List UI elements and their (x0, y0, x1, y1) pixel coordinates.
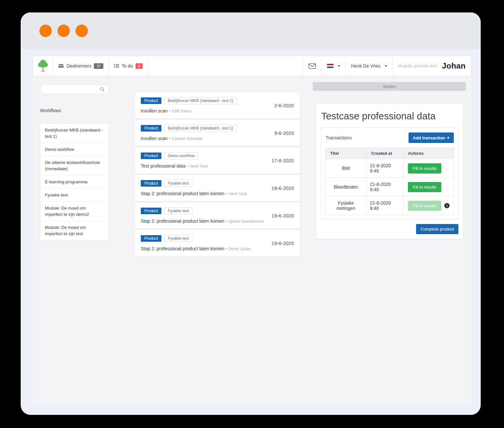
card-date: 19-6-2020 (272, 240, 294, 246)
sidebar-item-workflow[interactable]: Module: De moed om imperfect te zijn dem… (40, 201, 109, 221)
todo-card[interactable]: Product Bedrijfsscan MKB (standaard - te… (135, 92, 300, 119)
card-title: Stap 2: professional product laten komen… (141, 191, 227, 196)
card-person: Henk Tank (228, 192, 247, 196)
sidebar-item-workflow[interactable]: De ultieme testworkflowshow (Immediate) (40, 156, 109, 175)
window-dot-3[interactable] (75, 25, 88, 37)
card-title: Test professional data - (141, 163, 188, 169)
nav-messages[interactable] (303, 56, 322, 76)
card-title: Invullen scan - (141, 136, 170, 141)
user-name: Henk De Vries (351, 63, 381, 69)
chevron-down-icon (338, 65, 340, 67)
deelnemers-count-badge: 37 (94, 63, 103, 69)
card-person: Sjoerd Noordermeer (228, 219, 264, 224)
product-badge: Product (141, 153, 161, 159)
card-person: ASR Demo (172, 109, 191, 113)
card-date: 9-6-2020 (274, 130, 294, 136)
sidebar-item-workflow[interactable]: E-learning programma (40, 175, 109, 188)
info-icon[interactable]: i (444, 203, 450, 208)
column-header-titel: Titel (326, 148, 367, 159)
search-icon (100, 87, 105, 92)
workflow-tag: Bedrijfsscan MKB (standaard - test 1) (164, 97, 237, 104)
card-person: Carmen Schrader (172, 136, 203, 141)
column-header-actions: Actions (403, 148, 454, 159)
workflow-tag: Fysieke test (164, 207, 192, 214)
nav-todo[interactable]: To do 6 (109, 56, 148, 76)
product-badge: Product (141, 235, 161, 242)
window-dot-2[interactable] (57, 25, 70, 37)
chevron-down-icon (385, 65, 387, 67)
dutch-flag-icon (327, 64, 334, 68)
product-badge: Product (141, 180, 161, 187)
nav-user-menu[interactable]: Henk De Vries (346, 56, 393, 76)
card-date: 19-6-2020 (272, 185, 294, 191)
sidebar-item-workflow[interactable]: Bedrijfsscan MKB (standaard - test 1) (40, 124, 109, 143)
table-row: BMI 21-8-2020 9:45 Fill in results (326, 159, 454, 178)
row-titel: BMI (326, 159, 367, 178)
row-created-at: 21-8-2020 9:40 (367, 196, 403, 215)
window-titlebar (21, 12, 481, 49)
workflow-list: Bedrijfsscan MKB (standaard - test 1) De… (40, 123, 109, 240)
sidebar-item-workflow[interactable]: Fysieke test (40, 188, 109, 201)
nav-deelnemers[interactable]: Deelnemers 37 (53, 56, 109, 76)
table-row: Bloedtesten 21-8-2020 9:40 Fill in resul… (326, 178, 454, 196)
nav-todo-label: To do (122, 63, 133, 69)
fill-in-results-button-disabled[interactable]: Fill in results (408, 201, 441, 211)
browser-window: Deelnemers 37 To do 6 (21, 12, 481, 415)
workflow-tag: Bedrijfsscan MKB (standaard - test 1) (164, 125, 237, 132)
workflow-tag: Fysieke test (164, 235, 192, 242)
column-header-created: Created at (367, 148, 403, 159)
search-input[interactable] (44, 87, 100, 92)
detail-panel: Sluiten Testcase professional data Trans… (313, 82, 466, 239)
card-title: Stap 2: professional product laten komen… (141, 246, 227, 251)
card-date: 2-6-2020 (274, 103, 294, 108)
powered-by: Mogelijk gemaakt door: Johan (393, 56, 471, 76)
card-date: 17-8-2020 (272, 158, 294, 163)
sidebar-item-workflow[interactable]: Demo workflow (40, 143, 109, 156)
card-title: Invullen scan - (141, 108, 170, 113)
users-icon (58, 64, 64, 68)
workflows-heading: Workflows (40, 108, 109, 113)
table-row: Fysieke metingen 21-8-2020 9:40 Fill in … (326, 196, 454, 215)
page-title: Testcase professional data (321, 111, 458, 122)
fill-in-results-button[interactable]: Fill in results (408, 182, 441, 192)
top-navbar: Deelnemers 37 To do 6 (33, 56, 471, 76)
powered-by-name: Johan (442, 61, 466, 71)
card-date: 19-6-2020 (272, 213, 294, 218)
app-logo[interactable] (33, 56, 53, 76)
todo-card[interactable]: Product Bedrijfsscan MKB (standaard - te… (135, 119, 300, 146)
window-dot-1[interactable] (39, 25, 52, 37)
nav-language-selector[interactable] (322, 56, 346, 76)
transactions-box: Transactions Add transaction+ Titel Crea… (321, 128, 458, 219)
navbar-spacer (148, 56, 303, 76)
row-created-at: 21-8-2020 9:45 (367, 159, 403, 178)
sidebar: Workflows Bedrijfsscan MKB (standaard - … (40, 85, 109, 240)
tree-logo-icon (37, 59, 49, 73)
complete-product-button[interactable]: Complete product (416, 224, 458, 234)
product-badge: Product (141, 125, 161, 132)
powered-by-label: Mogelijk gemaakt door: (398, 64, 439, 68)
card-person: Henk Tank (190, 164, 208, 169)
card-title: Stap 2: professional product laten komen… (141, 218, 227, 224)
row-titel: Fysieke metingen (326, 196, 367, 215)
product-badge: Product (141, 97, 161, 104)
search-box (40, 85, 109, 94)
todo-card[interactable]: Product Fysieke test Stap 2: professiona… (135, 202, 300, 229)
card-person: Demo Johan (228, 247, 251, 251)
todo-card[interactable]: Product Fysieke test Stap 2: professiona… (135, 174, 300, 201)
row-titel: Bloedtesten (326, 178, 367, 196)
todo-count-badge: 6 (136, 63, 143, 69)
transactions-table: Titel Created at Actions BMI 21-8-2020 9… (325, 148, 454, 215)
todo-card[interactable]: Product Fysieke test Stap 2: professiona… (135, 230, 300, 256)
todo-card[interactable]: Product Demo workflow Test professional … (135, 147, 300, 174)
plus-icon: + (447, 135, 450, 140)
workflow-tag: Fysieke test (164, 180, 192, 187)
add-transaction-button[interactable]: Add transaction+ (409, 132, 454, 143)
todo-feed: Product Bedrijfsscan MKB (standaard - te… (135, 92, 300, 257)
product-badge: Product (141, 208, 161, 214)
fill-in-results-button[interactable]: Fill in results (408, 163, 441, 173)
envelope-icon (308, 63, 316, 69)
sidebar-item-workflow[interactable]: Module: De moed om imperfect te zijn tes… (40, 221, 109, 240)
workflow-tag: Demo workflow (164, 152, 198, 159)
app-surface: Deelnemers 37 To do 6 (33, 56, 471, 404)
sluiten-button[interactable]: Sluiten (313, 82, 466, 91)
